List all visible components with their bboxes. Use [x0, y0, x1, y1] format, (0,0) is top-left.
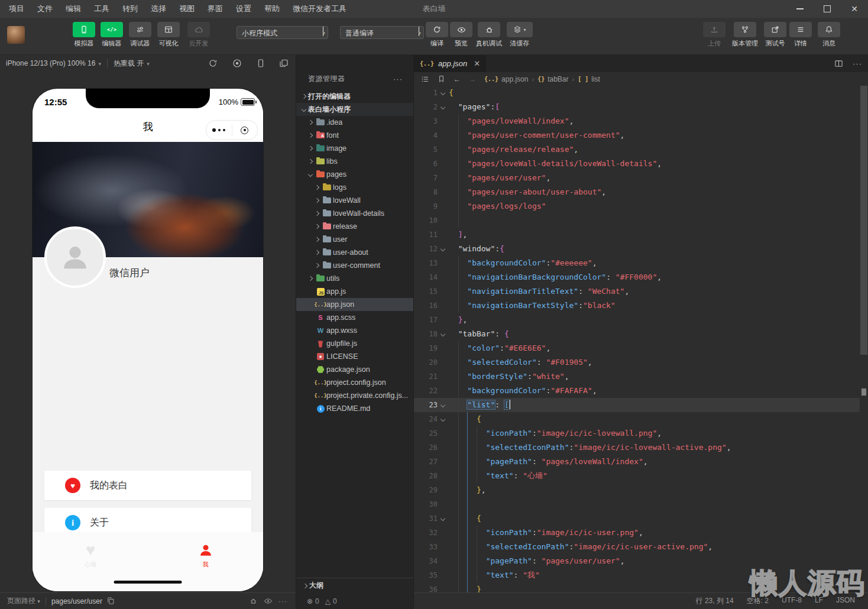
code-line[interactable]: 6 "pages/loveWall-details/loveWall-detai…: [414, 157, 860, 171]
multi-window-icon[interactable]: [279, 59, 289, 68]
code-line[interactable]: 29 },: [414, 483, 860, 497]
back-arrow-icon[interactable]: ←: [454, 75, 461, 83]
code-line[interactable]: 11 ],: [414, 228, 860, 242]
menu-item[interactable]: 选择: [144, 0, 173, 18]
code-line[interactable]: 19 "color":"#E6E6E6",: [414, 341, 860, 355]
breadcrumb-item[interactable]: {}tabBar: [537, 75, 568, 83]
code-line[interactable]: 15 "navigationBarTitleText": "WeChat",: [414, 284, 860, 299]
more-icon[interactable]: ···: [393, 74, 403, 83]
version-control-button[interactable]: 版本管理: [728, 22, 762, 48]
mode-select[interactable]: 小程序模式▾: [237, 26, 328, 39]
menu-item[interactable]: 编辑: [59, 0, 88, 18]
tree-item[interactable]: ★LICENSE: [296, 350, 413, 363]
breadcrumb-item[interactable]: {..}app.json: [484, 75, 528, 83]
tree-item[interactable]: {..}project.private.config.js...: [296, 389, 413, 402]
status-segment[interactable]: 行 23, 列 14: [696, 596, 734, 606]
copy-icon[interactable]: [106, 597, 115, 605]
avatar[interactable]: [44, 226, 106, 288]
code-line[interactable]: 24 {: [414, 412, 860, 426]
cloud-dev-button[interactable]: 云开发: [182, 22, 215, 48]
breadcrumb-item[interactable]: [ ]list: [578, 75, 600, 83]
code-line[interactable]: 2 "pages":[: [414, 100, 860, 114]
menu-item[interactable]: 设置: [229, 0, 258, 18]
tree-item[interactable]: loveWall-details: [296, 207, 413, 220]
tree-item[interactable]: iREADME.md: [296, 402, 413, 415]
forward-arrow-icon[interactable]: →: [469, 75, 476, 83]
code-line[interactable]: 18 "tabBar": {: [414, 327, 860, 341]
more-dots-icon[interactable]: [206, 128, 232, 132]
tree-item[interactable]: Afont: [296, 129, 413, 142]
compile-mode-select[interactable]: 普通编译▾: [340, 26, 424, 39]
upload-button[interactable]: 上传: [698, 22, 731, 48]
code-line[interactable]: 4 "pages/user-comment/user-comment",: [414, 128, 860, 142]
maximize-button[interactable]: [814, 0, 841, 18]
phone-frame-icon[interactable]: [256, 59, 265, 68]
bookmark-icon[interactable]: [438, 75, 445, 83]
tree-item[interactable]: Sapp.scss: [296, 311, 413, 324]
code-line[interactable]: 10: [414, 213, 860, 228]
code-line[interactable]: 7 "pages/user/user",: [414, 171, 860, 185]
code-line[interactable]: 16 "navigationBarTextStyle":"black": [414, 299, 860, 313]
tab-lovewall[interactable]: ♥ 心墙: [73, 539, 108, 569]
code-line[interactable]: 12 "window":{: [414, 242, 860, 256]
stop-icon[interactable]: [232, 59, 242, 68]
minimize-button[interactable]: [786, 0, 814, 18]
menu-item[interactable]: 微信开发者工具: [286, 0, 353, 18]
home-indicator[interactable]: [114, 581, 182, 584]
tree-item[interactable]: {..}app.json: [296, 298, 413, 311]
code-line[interactable]: 13 "backgroundColor":"#eeeeee",: [414, 256, 860, 270]
capsule-menu[interactable]: [206, 120, 258, 140]
code-line[interactable]: 3 "pages/loveWall/index",: [414, 114, 860, 128]
tree-item[interactable]: JSapp.js: [296, 285, 413, 298]
scrollbar-thumb[interactable]: [860, 86, 867, 355]
tree-item[interactable]: loveWall: [296, 194, 413, 207]
tree-item[interactable]: logs: [296, 181, 413, 194]
code-line[interactable]: 5 "pages/release/release",: [414, 142, 860, 157]
menu-item[interactable]: 项目: [2, 0, 31, 18]
my-confessions-item[interactable]: ♥ 我的表白: [44, 471, 251, 500]
outline-section[interactable]: 大纲: [296, 578, 413, 593]
code-line[interactable]: 22 "backgroundColor":"#FAFAFA",: [414, 384, 860, 398]
outline-list-icon[interactable]: [421, 75, 429, 83]
code-editor[interactable]: 1{2 "pages":[3 "pages/loveWall/index",4 …: [414, 86, 860, 593]
menu-item[interactable]: 转到: [116, 0, 144, 18]
tree-item[interactable]: libs: [296, 155, 413, 168]
code-line[interactable]: 31 {: [414, 511, 860, 526]
tree-item[interactable]: utils: [296, 272, 413, 285]
eye-icon[interactable]: [264, 597, 273, 605]
code-line[interactable]: 23 "list": [: [414, 398, 860, 412]
code-line[interactable]: 32 "iconPath":"image/ic/ic-user.png",: [414, 526, 860, 540]
device-debug-button[interactable]: 真机调试: [472, 22, 506, 48]
code-line[interactable]: 21 "borderStyle":"white",: [414, 370, 860, 384]
tree-item[interactable]: package.json: [296, 363, 413, 376]
code-line[interactable]: 33 "selectedIconPath":"image/ic/ic-user-…: [414, 540, 860, 554]
messages-button[interactable]: 消息: [812, 22, 846, 48]
restart-icon[interactable]: [208, 59, 218, 68]
tree-item[interactable]: user: [296, 233, 413, 246]
menu-item[interactable]: 界面: [201, 0, 229, 18]
device-select[interactable]: iPhone 12/13 (Pro) 100% 16▾: [6, 59, 101, 67]
split-editor-icon[interactable]: [834, 59, 843, 68]
code-line[interactable]: 8 "pages/user-about/user-about",: [414, 185, 860, 199]
tab-me[interactable]: 我: [188, 539, 224, 569]
hot-reload-toggle[interactable]: 热重载 开▾: [114, 59, 150, 69]
tree-item[interactable]: image: [296, 142, 413, 155]
tree-item[interactable]: gulpfile.js: [296, 337, 413, 350]
code-line[interactable]: 9 "pages/logs/logs": [414, 199, 860, 213]
clear-cache-button[interactable]: ▾ 清缓存: [503, 22, 536, 48]
tree-item[interactable]: {..}project.config.json: [296, 376, 413, 389]
code-line[interactable]: 25 "iconPath":"image/ic/ic-lovewall.png"…: [414, 426, 860, 440]
close-capsule-icon[interactable]: [232, 127, 258, 134]
tree-item[interactable]: user-about: [296, 246, 413, 259]
code-line[interactable]: 27 "pagePath": "pages/loveWall/index",: [414, 455, 860, 469]
menu-item[interactable]: 帮助: [258, 0, 286, 18]
tree-item[interactable]: user-comment: [296, 259, 413, 272]
menu-item[interactable]: 视图: [173, 0, 201, 18]
code-line[interactable]: 14 "navigationBarBackgroundColor": "#FF0…: [414, 270, 860, 284]
more-icon[interactable]: ···: [278, 597, 287, 605]
tree-item[interactable]: 表白墙小程序: [296, 103, 413, 116]
tree-item[interactable]: release: [296, 220, 413, 233]
close-tab-icon[interactable]: ✕: [474, 59, 480, 68]
code-line[interactable]: 28 "text": "心墙": [414, 469, 860, 483]
menu-item[interactable]: 文件: [31, 0, 59, 18]
